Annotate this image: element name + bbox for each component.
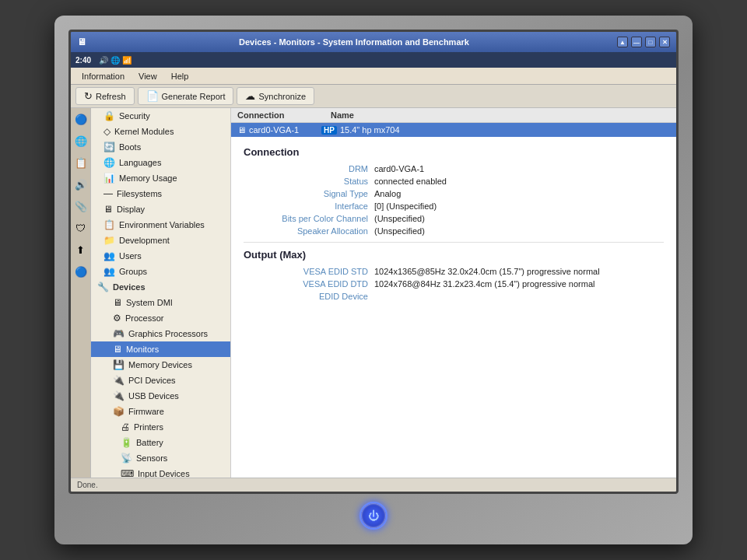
detail-speaker-alloc: Speaker Allocation (Unspecified)	[244, 226, 664, 236]
development-icon: 📁	[103, 235, 115, 246]
kernel-icon: ◇	[103, 126, 110, 137]
side-icon-1[interactable]: 🔵	[73, 111, 89, 127]
connection-cell: 🖥 card0-VGA-1	[237, 125, 315, 135]
sidebar-item-monitors[interactable]: 🖥 Monitors	[91, 341, 230, 357]
sidebar-item-languages[interactable]: 🌐 Languages	[91, 155, 230, 170]
sidebar-item-kernel[interactable]: ◇ Kernel Modules	[91, 124, 230, 139]
signal-type-value: Analog	[374, 189, 401, 198]
side-icon-3[interactable]: 📋	[73, 155, 89, 170]
sidebar-item-env-vars[interactable]: 📋 Environment Variables	[91, 217, 230, 233]
printers-icon: 🖨	[121, 422, 130, 432]
main-content: 🔵 🌐 📋 🔊 📎 🛡 ⬆ 🔵 🔒 Security ◇ Kernel Modu…	[71, 108, 676, 478]
statusbar: Done.	[71, 478, 676, 492]
power-button[interactable]: ⏻	[359, 502, 388, 530]
sidebar-item-firmware[interactable]: 📦 Firmware	[91, 404, 230, 419]
sync-icon: ☁	[245, 90, 255, 102]
app-icon: 🖥	[77, 37, 86, 47]
env-vars-icon: 📋	[103, 219, 115, 230]
connection-value: card0-VGA-1	[249, 125, 299, 135]
menu-help[interactable]: Help	[165, 70, 195, 82]
side-strip: 🔵 🌐 📋 🔊 📎 🛡 ⬆ 🔵	[71, 108, 91, 478]
vesa-dtd-label: VESA EDID DTD	[244, 279, 368, 289]
sensors-icon: 📡	[121, 453, 132, 464]
side-icon-8[interactable]: 🔵	[73, 264, 89, 279]
usb-icon: 🔌	[113, 390, 124, 401]
vesa-dtd-value: 1024x768@84Hz 31.2x23.4cm (15.4") progre…	[374, 279, 595, 289]
side-icon-5[interactable]: 📎	[73, 198, 89, 214]
restore-button[interactable]: —	[631, 37, 642, 47]
side-icon-7[interactable]: ⬆	[73, 242, 89, 257]
sidebar-item-usb-devices[interactable]: 🔌 USB Devices	[91, 388, 230, 404]
detail-drm: DRM card0-VGA-1	[244, 164, 664, 173]
refresh-button[interactable]: ↻ Refresh	[75, 87, 135, 105]
sidebar-item-security[interactable]: 🔒 Security	[91, 108, 230, 124]
sidebar-item-system-dmi[interactable]: 🖥 System DMI	[91, 295, 230, 310]
filesystems-icon: —	[103, 188, 113, 199]
connection-section-title: Connection	[244, 146, 664, 158]
monitor-name: 15.4" hp mx704	[340, 125, 400, 135]
window-controls: ▲ — □ ✕	[617, 37, 670, 47]
detail-vesa-std: VESA EDID STD 1024x1365@85Hz 32.0x24.0cm…	[244, 267, 664, 276]
pci-icon: 🔌	[113, 375, 124, 386]
detail-edid-device: EDID Device	[244, 292, 664, 301]
boots-icon: 🔄	[103, 142, 115, 152]
drm-label: DRM	[244, 164, 368, 173]
languages-icon: 🌐	[103, 157, 115, 168]
sidebar-item-filesystems[interactable]: — Filesystems	[91, 186, 230, 201]
sidebar-item-boots[interactable]: 🔄 Boots	[91, 139, 230, 155]
sidebar-item-users[interactable]: 👥 Users	[91, 248, 230, 264]
table-row[interactable]: 🖥 card0-VGA-1 HP 15.4" hp mx704	[231, 123, 676, 137]
bits-per-color-label: Bits per Color Channel	[244, 214, 368, 223]
status-label: Status	[244, 177, 368, 186]
generate-report-button[interactable]: 📄 Generate Report	[138, 87, 234, 105]
menu-view[interactable]: View	[132, 70, 163, 82]
hp-badge: HP	[321, 126, 337, 135]
bits-per-color-value: (Unspecified)	[374, 214, 425, 223]
content-panel: Connection Name 🖥 card0-VGA-1 HP 15.4" h…	[231, 108, 676, 478]
sidebar-item-processor[interactable]: ⚙ Processor	[91, 310, 230, 326]
system-dmi-icon: 🖥	[113, 297, 122, 308]
processor-icon: ⚙	[113, 313, 121, 324]
detail-status: Status connected enabled	[244, 177, 664, 186]
memory-devices-icon: 💾	[113, 359, 124, 370]
sidebar-item-development[interactable]: 📁 Development	[91, 233, 230, 248]
screen: 🖥 Devices - Monitors - System Informatio…	[68, 30, 679, 494]
side-icon-4[interactable]: 🔊	[73, 177, 89, 192]
input-devices-icon: ⌨	[121, 468, 134, 478]
security-icon: 🔒	[103, 110, 115, 121]
sidebar-item-graphics[interactable]: 🎮 Graphics Processors	[91, 326, 230, 341]
sidebar-item-display[interactable]: 🖥 Display	[91, 201, 230, 217]
sidebar-item-input-devices[interactable]: ⌨ Input Devices	[91, 466, 230, 478]
devices-icon: 🔧	[97, 282, 109, 292]
detail-area: Connection DRM card0-VGA-1 Status connec…	[231, 137, 676, 313]
menu-information[interactable]: Information	[75, 70, 131, 82]
col-header-name: Name	[331, 110, 670, 120]
sidebar-item-memory-usage[interactable]: 📊 Memory Usage	[91, 170, 230, 186]
synchronize-button[interactable]: ☁ Synchronize	[237, 87, 314, 105]
minimize-button[interactable]: ▲	[617, 37, 628, 47]
sidebar-item-groups[interactable]: 👥 Groups	[91, 264, 230, 279]
vesa-std-label: VESA EDID STD	[244, 267, 368, 276]
sidebar-item-memory-devices[interactable]: 💾 Memory Devices	[91, 357, 230, 373]
name-cell: HP 15.4" hp mx704	[321, 125, 670, 135]
side-icon-6[interactable]: 🛡	[73, 220, 89, 236]
side-icon-2[interactable]: 🌐	[73, 133, 89, 149]
groups-icon: 👥	[103, 266, 115, 277]
detail-interface: Interface [0] (Unspecified)	[244, 201, 664, 211]
sidebar-item-devices[interactable]: 🔧 Devices	[91, 279, 230, 295]
report-icon: 📄	[146, 90, 159, 102]
close-button[interactable]: ✕	[659, 37, 670, 47]
detail-divider	[244, 242, 664, 243]
status-text: Done.	[77, 481, 98, 489]
sidebar-item-pci-devices[interactable]: 🔌 PCI Devices	[91, 373, 230, 388]
sidebar-item-sensors[interactable]: 📡 Sensors	[91, 450, 230, 466]
sidebar-item-printers[interactable]: 🖨 Printers	[91, 419, 230, 435]
firmware-icon: 📦	[113, 406, 124, 417]
col-header-connection: Connection	[237, 110, 315, 120]
monitor-bottom: ⏻	[68, 494, 679, 537]
sidebar-item-battery[interactable]: 🔋 Battery	[91, 435, 230, 450]
drm-value: card0-VGA-1	[374, 164, 424, 173]
detail-bits-per-color: Bits per Color Channel (Unspecified)	[244, 214, 664, 223]
maximize-button[interactable]: □	[645, 37, 656, 47]
battery-icon: 🔋	[121, 437, 132, 448]
